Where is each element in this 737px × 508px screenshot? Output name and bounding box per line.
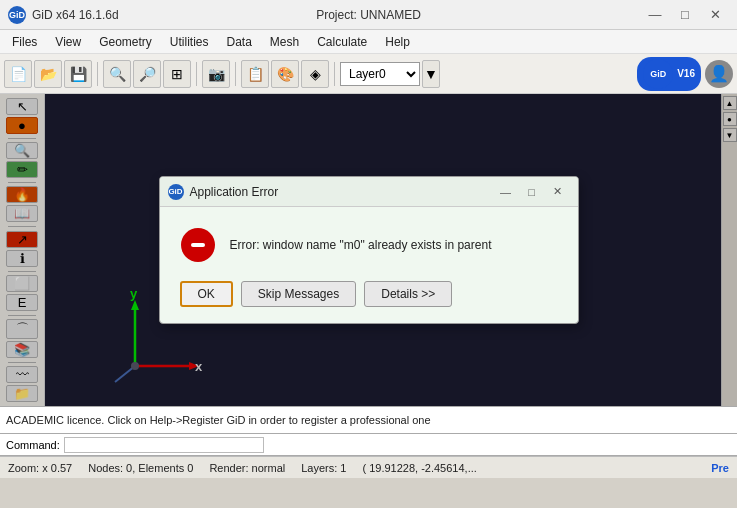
toolbar-new-button[interactable]: 📄 <box>4 60 32 88</box>
svg-rect-9 <box>191 243 205 247</box>
toolbar-layers-button[interactable]: 📋 <box>241 60 269 88</box>
ok-button[interactable]: OK <box>180 281 233 307</box>
dialog-minimize-button[interactable]: — <box>494 182 518 202</box>
toolbar-sep-1 <box>97 62 98 86</box>
dialog-maximize-button[interactable]: □ <box>520 182 544 202</box>
log-bar: ACADEMIC licence. Click on Help->Registe… <box>0 406 737 434</box>
dialog-logo: GiD <box>168 184 184 200</box>
dialog-controls: — □ ✕ <box>494 182 570 202</box>
maximize-button[interactable]: □ <box>671 4 699 26</box>
app-title: GiD x64 16.1.6d <box>32 8 119 22</box>
menu-utilities[interactable]: Utilities <box>162 33 217 51</box>
status-bar: Zoom: x 0.57 Nodes: 0, Elements 0 Render… <box>0 456 737 478</box>
main-area: ↖ ● 🔍 ✏ 🔥 📖 ↗ ℹ ⬜ E ⌒ 📚 〰 📁 y x <box>0 94 737 406</box>
command-input[interactable] <box>64 437 264 453</box>
error-message: Error: window name "m0" already exists i… <box>230 236 492 254</box>
dialog-close-button[interactable]: ✕ <box>546 182 570 202</box>
menu-files[interactable]: Files <box>4 33 45 51</box>
status-pre[interactable]: Pre <box>711 462 729 474</box>
menu-calculate[interactable]: Calculate <box>309 33 375 51</box>
dialog-title-bar: GiD Application Error — □ ✕ <box>160 177 578 207</box>
title-controls: — □ ✕ <box>641 4 729 26</box>
toolbar-camera-button[interactable]: 📷 <box>202 60 230 88</box>
project-title: Project: UNNAMED <box>316 8 421 22</box>
layer-dropdown-button[interactable]: ▼ <box>422 60 440 88</box>
title-bar-left: GiD GiD x64 16.1.6d <box>8 6 119 24</box>
toolbar-save-button[interactable]: 💾 <box>64 60 92 88</box>
toolbar-sep-3 <box>235 62 236 86</box>
command-label: Command: <box>6 439 60 451</box>
toolbar-render-button[interactable]: 🎨 <box>271 60 299 88</box>
dialog-title-left: GiD Application Error <box>168 184 279 200</box>
details-button[interactable]: Details >> <box>364 281 452 307</box>
user-avatar: 👤 <box>705 60 733 88</box>
close-button[interactable]: ✕ <box>701 4 729 26</box>
command-bar: Command: <box>0 434 737 456</box>
toolbar-zoom-in-button[interactable]: 🔍 <box>103 60 131 88</box>
status-layers: Layers: 1 <box>301 462 346 474</box>
toolbar: 📄 📂 💾 🔍 🔎 ⊞ 📷 📋 🎨 ◈ Layer0 ▼ GiD V16 👤 <box>0 54 737 94</box>
toolbar-fit-button[interactable]: ⊞ <box>163 60 191 88</box>
layer-select[interactable]: Layer0 <box>340 62 420 86</box>
toolbar-sep-4 <box>334 62 335 86</box>
menu-geometry[interactable]: Geometry <box>91 33 160 51</box>
status-zoom: Zoom: x 0.57 <box>8 462 72 474</box>
error-dialog: GiD Application Error — □ ✕ <box>159 176 579 324</box>
app-logo: GiD <box>8 6 26 24</box>
log-text: ACADEMIC licence. Click on Help->Registe… <box>6 414 431 426</box>
toolbar-view3d-button[interactable]: ◈ <box>301 60 329 88</box>
status-render: Render: normal <box>209 462 285 474</box>
dialog-title-text: Application Error <box>190 185 279 199</box>
menu-mesh[interactable]: Mesh <box>262 33 307 51</box>
modal-overlay: GiD Application Error — □ ✕ <box>0 94 737 406</box>
status-nodes: Nodes: 0, Elements 0 <box>88 462 193 474</box>
gid-badge: GiD <box>643 59 673 89</box>
menu-data[interactable]: Data <box>219 33 260 51</box>
dialog-body: Error: window name "m0" already exists i… <box>160 207 578 323</box>
layer-select-wrapper: Layer0 ▼ <box>340 60 440 88</box>
minimize-button[interactable]: — <box>641 4 669 26</box>
toolbar-right: GiD V16 👤 <box>637 57 733 91</box>
toolbar-sep-2 <box>196 62 197 86</box>
toolbar-open-button[interactable]: 📂 <box>34 60 62 88</box>
menu-bar: Files View Geometry Utilities Data Mesh … <box>0 30 737 54</box>
error-icon <box>180 227 216 263</box>
dialog-buttons: OK Skip Messages Details >> <box>180 281 558 307</box>
menu-help[interactable]: Help <box>377 33 418 51</box>
skip-messages-button[interactable]: Skip Messages <box>241 281 356 307</box>
toolbar-zoom-out-button[interactable]: 🔎 <box>133 60 161 88</box>
menu-view[interactable]: View <box>47 33 89 51</box>
status-coords: ( 19.91228, -2.45614,... <box>362 462 476 474</box>
dialog-message-row: Error: window name "m0" already exists i… <box>180 227 558 263</box>
version-label: V16 <box>677 68 695 79</box>
title-bar: GiD GiD x64 16.1.6d Project: UNNAMED — □… <box>0 0 737 30</box>
